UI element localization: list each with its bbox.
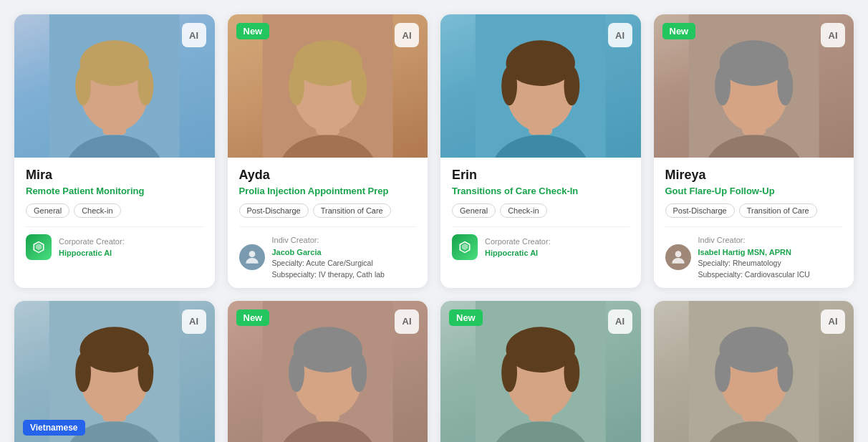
card-name: Mireya bbox=[665, 168, 843, 183]
creator-avatar bbox=[239, 244, 265, 270]
badge-ai: AI bbox=[395, 23, 419, 47]
badge-ai: AI bbox=[608, 309, 632, 334]
badge-ai: AI bbox=[821, 309, 845, 334]
svg-point-35 bbox=[75, 352, 91, 392]
svg-point-56 bbox=[715, 352, 730, 392]
card-tags: Post-DischargeTransition of Care bbox=[239, 203, 417, 218]
creator-subspecialty: Subspecialty: IV therapy, Cath lab bbox=[272, 269, 385, 281]
card-body: Mira Remote Patient Monitoring GeneralCh… bbox=[14, 158, 215, 267]
card-mira[interactable]: AI Mira Remote Patient Monitoring Genera… bbox=[14, 14, 215, 288]
creator-avatar bbox=[665, 244, 691, 270]
creator-info: Corporate Creator: Hippocratic AI bbox=[59, 236, 125, 259]
card-divider bbox=[26, 226, 203, 227]
creator-type-label: Corporate Creator: bbox=[59, 236, 125, 248]
card-grid: AI Mira Remote Patient Monitoring Genera… bbox=[14, 14, 854, 442]
creator-name: Hippocratic AI bbox=[59, 247, 125, 259]
card-divider bbox=[452, 226, 630, 227]
card-erin[interactable]: AI Erin Transitions of Care Check-In Gen… bbox=[440, 14, 641, 288]
tag-check-in: Check-in bbox=[74, 203, 120, 218]
tag-post-discharge: Post-Discharge bbox=[665, 203, 735, 218]
card-name: Mira bbox=[26, 168, 203, 183]
card-role: Gout Flare-Up Follow-Up bbox=[665, 186, 843, 196]
card-image: AI bbox=[440, 14, 641, 158]
svg-point-29 bbox=[675, 251, 681, 258]
creator-type-label: Corporate Creator: bbox=[485, 236, 551, 248]
creator-name: Hippocratic AI bbox=[485, 247, 551, 259]
card-creator: Indiv Creator: Isabel Hartig MSN, APRN S… bbox=[665, 234, 843, 281]
card-name: Ayda bbox=[239, 168, 417, 183]
card-image: Vietnamese AI bbox=[14, 301, 215, 443]
svg-point-20 bbox=[501, 67, 517, 106]
svg-point-28 bbox=[777, 67, 793, 106]
creator-specialty: Specialty: Rheumatology bbox=[698, 258, 810, 269]
card-divider bbox=[665, 226, 843, 227]
card-image: New AI bbox=[228, 301, 428, 443]
svg-point-42 bbox=[289, 352, 304, 392]
badge-new: New bbox=[236, 23, 270, 39]
card-image: New AI bbox=[654, 14, 854, 158]
tag-transition-of-care: Transition of Care bbox=[313, 203, 391, 218]
badge-ai: AI bbox=[182, 23, 206, 47]
badge-ai: AI bbox=[608, 23, 632, 47]
card-ayda[interactable]: New AI Ayda Prolia Injection Appointment… bbox=[228, 14, 428, 288]
card-image: AI bbox=[14, 14, 215, 158]
card-role: Remote Patient Monitoring bbox=[26, 186, 203, 196]
card-creator: Corporate Creator: Hippocratic AI bbox=[26, 234, 203, 260]
card-p5[interactable]: Vietnamese AI bbox=[14, 301, 215, 443]
creator-name: Isabel Hartig MSN, APRN bbox=[698, 246, 810, 259]
badge-ai: AI bbox=[182, 309, 206, 334]
card-creator: Indiv Creator: Jacob Garcia Specialty: A… bbox=[239, 234, 417, 281]
badge-ai: AI bbox=[821, 23, 845, 47]
tag-general: General bbox=[452, 203, 496, 218]
tag-general: General bbox=[26, 203, 69, 218]
creator-specialty: Specialty: Acute Care/Surgical bbox=[272, 258, 385, 269]
creator-info: Corporate Creator: Hippocratic AI bbox=[485, 236, 551, 259]
svg-point-27 bbox=[715, 67, 730, 106]
card-p6[interactable]: New AI bbox=[228, 301, 428, 443]
corp-logo bbox=[26, 234, 52, 260]
creator-info: Indiv Creator: Isabel Hartig MSN, APRN S… bbox=[698, 234, 810, 281]
card-p7[interactable]: New AI bbox=[440, 301, 641, 443]
badge-ai: AI bbox=[395, 309, 419, 334]
svg-point-14 bbox=[249, 251, 255, 258]
svg-point-21 bbox=[564, 67, 579, 106]
tag-transition-of-care: Transition of Care bbox=[739, 203, 817, 218]
card-body: Erin Transitions of Care Check-In Genera… bbox=[440, 158, 641, 267]
card-tags: GeneralCheck-in bbox=[26, 203, 203, 218]
card-image: AI bbox=[654, 301, 854, 443]
creator-info: Indiv Creator: Jacob Garcia Specialty: A… bbox=[272, 234, 385, 281]
badge-new: New bbox=[662, 23, 696, 39]
tag-check-in: Check-in bbox=[500, 203, 546, 218]
svg-point-12 bbox=[289, 67, 304, 106]
tag-post-discharge: Post-Discharge bbox=[239, 203, 309, 218]
card-p8[interactable]: AI bbox=[654, 301, 854, 443]
card-role: Transitions of Care Check-In bbox=[452, 186, 630, 196]
svg-point-49 bbox=[501, 352, 517, 392]
creator-type-label: Indiv Creator: bbox=[272, 234, 385, 246]
creator-type-label: Indiv Creator: bbox=[698, 234, 810, 246]
card-divider bbox=[239, 226, 417, 227]
badge-new: New bbox=[449, 309, 483, 326]
card-tags: GeneralCheck-in bbox=[452, 203, 630, 218]
card-image: New AI bbox=[440, 301, 641, 443]
card-body: Mireya Gout Flare-Up Follow-Up Post-Disc… bbox=[654, 158, 854, 288]
svg-point-57 bbox=[777, 352, 793, 392]
card-body: Ayda Prolia Injection Appointment Prep P… bbox=[228, 158, 428, 288]
svg-point-36 bbox=[138, 352, 153, 392]
svg-point-6 bbox=[138, 67, 153, 106]
card-tags: Post-DischargeTransition of Care bbox=[665, 203, 843, 218]
card-image: New AI bbox=[228, 14, 428, 158]
svg-point-50 bbox=[564, 352, 579, 392]
card-name: Erin bbox=[452, 168, 630, 183]
card-mireya[interactable]: New AI Mireya Gout Flare-Up Follow-Up bbox=[654, 14, 854, 288]
svg-point-43 bbox=[351, 352, 367, 392]
svg-point-13 bbox=[351, 67, 367, 106]
corp-logo bbox=[452, 234, 478, 260]
creator-name: Jacob Garcia bbox=[272, 246, 385, 259]
creator-subspecialty: Subspecialty: Cardiovascular ICU bbox=[698, 269, 810, 281]
svg-point-5 bbox=[75, 67, 91, 106]
badge-lang: Vietnamese bbox=[23, 420, 85, 436]
badge-new: New bbox=[236, 309, 270, 326]
card-creator: Corporate Creator: Hippocratic AI bbox=[452, 234, 630, 260]
card-role: Prolia Injection Appointment Prep bbox=[239, 186, 417, 196]
